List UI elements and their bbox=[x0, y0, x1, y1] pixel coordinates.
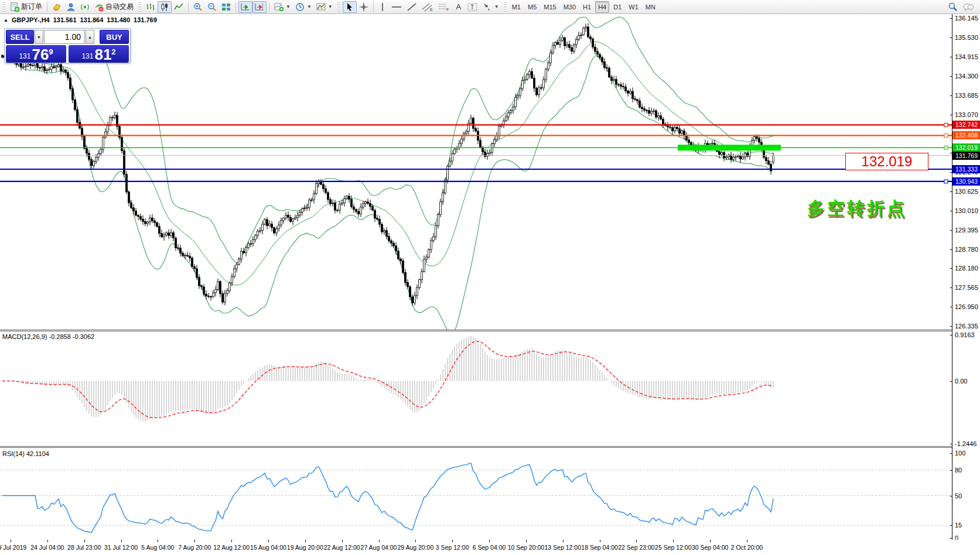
time-tick-mark bbox=[268, 540, 269, 542]
chat-icon bbox=[962, 2, 974, 12]
price-tick-label: 126.950 bbox=[955, 303, 978, 310]
price-tick-label: 130.625 bbox=[955, 188, 978, 195]
time-tick-label: 19 Jul 2019 bbox=[0, 544, 26, 551]
axis-tick-mark bbox=[950, 57, 952, 57]
price-tick-label: 128.780 bbox=[955, 246, 978, 253]
timeframe-m5[interactable]: M5 bbox=[525, 1, 539, 13]
rsi-pane[interactable] bbox=[0, 448, 952, 540]
time-tick-label: 2 Oct 20:00 bbox=[731, 544, 763, 551]
dropdown-arrow-icon: ▼ bbox=[286, 4, 291, 9]
time-tick-label: 5 Aug 04:00 bbox=[141, 544, 174, 551]
auto-trading-button[interactable]: 自动交易 bbox=[92, 1, 136, 13]
time-tick-mark bbox=[489, 540, 490, 542]
crosshair-button[interactable] bbox=[357, 1, 371, 13]
time-tick-label: 7 Aug 20:00 bbox=[178, 544, 211, 551]
community-button[interactable] bbox=[64, 1, 78, 13]
macd-signal-value: -0.3062 bbox=[73, 333, 94, 340]
price-axis[interactable]: 136.145135.530134.915134.300133.685133.0… bbox=[952, 14, 980, 540]
indicators-icon bbox=[274, 2, 284, 12]
price-tick-label: 135.530 bbox=[955, 34, 978, 41]
time-tick-label: 19 Aug 20:00 bbox=[287, 544, 323, 551]
buy-button[interactable]: BUY bbox=[100, 30, 129, 44]
templates-button[interactable]: ▼ bbox=[314, 1, 335, 13]
timeframe-h4[interactable]: H4 bbox=[595, 1, 609, 13]
zoom-in-button[interactable] bbox=[191, 1, 205, 13]
line-chart-icon bbox=[174, 2, 183, 12]
periods-button[interactable]: ▼ bbox=[293, 1, 314, 13]
timeframe-mn[interactable]: MN bbox=[643, 1, 658, 13]
volume-decrease-button[interactable]: ▼ bbox=[35, 30, 43, 44]
chat-button[interactable] bbox=[960, 1, 976, 13]
tile-windows-icon bbox=[221, 2, 231, 12]
sell-price-box[interactable]: 131 76 9 bbox=[6, 45, 66, 63]
indicators-button[interactable]: ▼ bbox=[272, 1, 293, 13]
main-price-pane[interactable] bbox=[0, 14, 952, 330]
arrows-button[interactable]: ▼ bbox=[480, 1, 501, 13]
svg-text:T: T bbox=[470, 4, 474, 11]
price-badge-132.742[interactable]: 132.742 bbox=[952, 121, 980, 129]
price-badge-132.019[interactable]: 132.019 bbox=[952, 143, 980, 152]
trendline-button[interactable] bbox=[404, 1, 419, 13]
volume-input[interactable]: 1.00 bbox=[44, 30, 85, 44]
time-tick-label: 22 Sep 23:00 bbox=[618, 544, 654, 551]
price-badge-132.408[interactable]: 132.408 bbox=[952, 131, 980, 139]
auto-trading-icon bbox=[94, 2, 104, 12]
bar-chart-icon bbox=[146, 2, 155, 12]
cursor-button[interactable] bbox=[343, 1, 357, 13]
price-badge-131.769[interactable]: 131.769 bbox=[952, 152, 980, 160]
timeframe-m30[interactable]: M30 bbox=[561, 1, 579, 13]
time-axis[interactable]: 19 Jul 201924 Jul 04:0028 Jul 23:0031 Ju… bbox=[0, 540, 980, 555]
rsi-value: 42.1104 bbox=[26, 450, 49, 457]
timeframe-d1[interactable]: D1 bbox=[610, 1, 624, 13]
new-order-button[interactable]: 新订单 bbox=[8, 1, 45, 13]
metaeditor-button[interactable] bbox=[50, 1, 64, 13]
arrows-icon bbox=[483, 2, 492, 12]
zoom-out-button[interactable] bbox=[205, 1, 219, 13]
horizontal-line-button[interactable] bbox=[389, 1, 404, 13]
vertical-line-button[interactable] bbox=[376, 1, 389, 13]
price-badge-130.943[interactable]: 130.943 bbox=[952, 177, 980, 186]
price-tick-label: 134.300 bbox=[955, 73, 978, 80]
tile-windows-button[interactable] bbox=[219, 1, 233, 13]
search-icon bbox=[948, 2, 958, 12]
sell-button[interactable]: SELL bbox=[6, 30, 34, 44]
macd-label: MACD(12,26,9) -0.2858 -0.3062 bbox=[2, 333, 94, 340]
timeframe-h1[interactable]: H1 bbox=[580, 1, 594, 13]
text-a-glyph: A bbox=[456, 2, 461, 11]
time-tick-mark bbox=[379, 540, 380, 542]
line-chart-button[interactable] bbox=[172, 1, 186, 13]
collapse-icon[interactable]: ▲ bbox=[4, 18, 8, 23]
search-button[interactable] bbox=[945, 1, 960, 13]
time-tick-label: 29 Aug 20:00 bbox=[397, 544, 433, 551]
chart-window[interactable]: 136.145135.530134.915134.300133.685133.0… bbox=[0, 14, 980, 555]
price-badge-131.333[interactable]: 131.333 bbox=[952, 165, 980, 173]
toolbar: 新订单 自动交易 ▼ ▼ bbox=[0, 0, 980, 14]
equidistant-channel-button[interactable]: E bbox=[419, 1, 436, 13]
axis-tick-mark bbox=[950, 444, 952, 444]
signals-button[interactable] bbox=[78, 1, 92, 13]
timeframe-m15[interactable]: M15 bbox=[541, 1, 559, 13]
price-callout[interactable]: 132.019 bbox=[845, 153, 928, 170]
time-tick-label: 3 Sep 12:00 bbox=[436, 544, 469, 551]
bar-chart-button[interactable] bbox=[144, 1, 158, 13]
macd-tick-label: 0.9163 bbox=[955, 331, 975, 338]
buy-price-box[interactable]: 131 81 2 bbox=[69, 45, 129, 63]
timeframe-w1[interactable]: W1 bbox=[626, 1, 641, 13]
vertical-line-icon bbox=[378, 2, 387, 12]
time-tick-mark bbox=[47, 540, 48, 542]
volume-increase-button[interactable]: ▲ bbox=[86, 30, 94, 44]
text-label-button[interactable]: T bbox=[465, 1, 480, 13]
text-button[interactable]: A bbox=[452, 1, 465, 13]
fibonacci-icon: F bbox=[438, 2, 450, 12]
chart-shift-button[interactable] bbox=[252, 1, 267, 13]
macd-tick-label: 0.00 bbox=[955, 378, 967, 385]
time-tick-label: 27 Aug 04:00 bbox=[361, 544, 397, 551]
timeframe-m1[interactable]: M1 bbox=[509, 1, 524, 13]
price-tick-label: 126.335 bbox=[955, 323, 978, 330]
macd-pane[interactable] bbox=[0, 331, 952, 446]
axis-tick-mark bbox=[950, 307, 952, 307]
fibonacci-button[interactable]: F bbox=[436, 1, 452, 13]
candlestick-button[interactable] bbox=[158, 1, 172, 13]
auto-scroll-button[interactable] bbox=[238, 1, 252, 13]
time-tick-label: 15 Aug 04:00 bbox=[250, 544, 286, 551]
